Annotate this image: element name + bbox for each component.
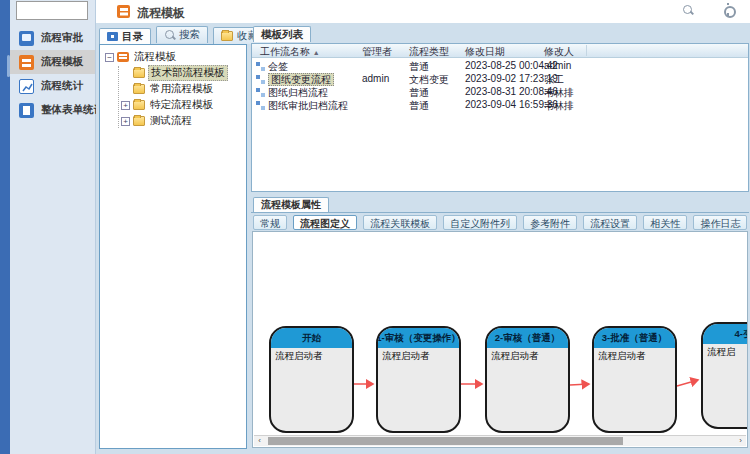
collapse-expander-icon[interactable]: −	[105, 53, 114, 62]
table-row[interactable]: 图纸审批归档流程 普通 2023-09-04 16:59:36 韦林排	[252, 99, 748, 112]
search-tab-icon	[164, 29, 176, 41]
template-table: 工作流名称 ▲ 管理者 流程类型 修改日期 修改人 会签 普通 2023-08-…	[251, 43, 749, 192]
cell-name[interactable]: 图纸审批归档流程	[268, 99, 348, 113]
horizontal-scrollbar[interactable]: ‹ ›	[254, 435, 746, 446]
flow-node-body: 流程启动者	[594, 348, 675, 363]
table-row[interactable]: 会签 普通 2023-08-25 00:04:42 admin	[252, 60, 748, 73]
tree-root-label[interactable]: 流程模板	[132, 50, 178, 64]
flow-node-title: 2-审核（普通）	[487, 328, 568, 348]
divider	[251, 212, 749, 213]
scrollbar-thumb[interactable]	[268, 437, 623, 445]
cell-type: 普通	[409, 60, 429, 74]
tab-label: 流程模板属性	[261, 198, 321, 212]
tab-label: 目录	[122, 30, 143, 44]
flow-node-review-change[interactable]: 1-审核（变更操作） 流程启动者	[376, 326, 461, 433]
cell-manager: admin	[362, 73, 389, 84]
flow-node-review-normal[interactable]: 2-审核（普通） 流程启动者	[485, 326, 570, 433]
flow-node-approve-normal[interactable]: 3-批准（普通） 流程启动者	[592, 326, 677, 433]
cell-type: 普通	[409, 86, 429, 100]
flow-diagram-canvas[interactable]: 开始 流程启动者 1-审核（变更操作） 流程启动者 2-审核（普通） 流程启动者…	[252, 231, 748, 448]
sidebar-nav: 流程审批 流程模板 流程统计 整体表单统计	[10, 26, 95, 122]
flow-node-title: 4-变	[703, 324, 748, 344]
sidebar-top-box[interactable]	[16, 1, 88, 20]
tree-item-label[interactable]: 常用流程模板	[148, 82, 215, 96]
scroll-left-icon[interactable]: ‹	[254, 436, 265, 446]
main-header: 流程模板	[96, 0, 750, 23]
settings-icon[interactable]	[722, 4, 734, 16]
tab-operation-log[interactable]: 操作日志	[693, 215, 747, 230]
main-area: 流程模板 目录 搜索 收藏夹 − 流程模板	[96, 0, 750, 454]
table-row-selected[interactable]: 图纸变更流程 admin 文档变更 2023-09-02 17:23:19 张工	[252, 73, 748, 86]
workflow-icon	[256, 88, 265, 97]
sidebar-item-label: 流程统计	[41, 79, 83, 93]
tab-general[interactable]: 常规	[253, 215, 287, 230]
tab-custom-attachment-columns[interactable]: 自定义附件列	[443, 215, 517, 230]
tree-item-test[interactable]: + 测试流程	[121, 114, 246, 128]
expand-plus-icon[interactable]: +	[121, 101, 130, 110]
tree-item-label[interactable]: 特定流程模板	[148, 98, 215, 112]
properties-tabs: 常规 流程图定义 流程关联模板 自定义附件列 参考附件 流程设置 相关性 操作日…	[253, 215, 750, 231]
process-template-icon	[117, 5, 130, 18]
sidebar-item-process-statistics[interactable]: 流程统计	[10, 74, 95, 98]
tab-flow-definition[interactable]: 流程图定义	[293, 215, 357, 230]
search-icon[interactable]	[682, 4, 694, 16]
tab-linked-templates[interactable]: 流程关联模板	[363, 215, 437, 230]
tree-children: 技术部流程模板 常用流程模板 + 特定流程模板 + 测试流程	[118, 66, 246, 128]
workflow-icon	[256, 101, 265, 110]
cell-modifier: 韦林排	[544, 86, 574, 100]
sidebar-item-label: 流程审批	[41, 31, 83, 45]
sort-asc-icon[interactable]: ▲	[313, 49, 320, 56]
tree-root-icon	[117, 52, 129, 62]
tree-root[interactable]: − 流程模板	[105, 50, 246, 64]
scroll-right-icon[interactable]: ›	[735, 436, 746, 446]
cell-type: 普通	[409, 99, 429, 113]
flow-node-start[interactable]: 开始 流程启动者	[269, 326, 354, 433]
sidebar-item-process-template[interactable]: 流程模板	[10, 50, 95, 74]
folder-icon	[133, 100, 145, 110]
col-modifier[interactable]: 修改人	[544, 45, 574, 59]
flow-node-body: 流程启动者	[378, 348, 459, 363]
tab-label: 模板列表	[261, 28, 303, 42]
flow-node-body: 流程启动者	[271, 348, 352, 363]
tab-label: 搜索	[179, 28, 200, 42]
workflow-icon	[256, 75, 265, 84]
template-icon	[19, 55, 34, 70]
cell-modifier: 韦林排	[544, 99, 574, 113]
folder-icon	[133, 84, 145, 94]
sidebar: 流程审批 流程模板 流程统计 整体表单统计	[10, 0, 96, 454]
left-accent-strip	[0, 0, 10, 454]
cell-type: 文档变更	[409, 73, 449, 87]
tab-relevance[interactable]: 相关性	[643, 215, 687, 230]
sidebar-item-process-approval[interactable]: 流程审批	[10, 26, 95, 50]
tab-template-properties[interactable]: 流程模板属性	[253, 197, 329, 212]
cell-name[interactable]: 图纸归档流程	[268, 86, 328, 100]
expand-plus-icon[interactable]: +	[121, 117, 130, 126]
table-row[interactable]: 图纸归档流程 普通 2023-08-31 20:08:46 韦林排	[252, 86, 748, 99]
cell-name[interactable]: 会签	[268, 60, 288, 74]
col-date[interactable]: 修改日期	[465, 45, 505, 59]
tree-item-label[interactable]: 技术部流程模板	[148, 65, 228, 81]
cell-name[interactable]: 图纸变更流程	[268, 73, 334, 87]
flow-node-change-clipped[interactable]: 4-变 流程启	[701, 322, 748, 429]
tab-reference-attachments[interactable]: 参考附件	[523, 215, 577, 230]
tree-item-tech-dept[interactable]: 技术部流程模板	[121, 66, 246, 80]
chart-icon	[19, 79, 34, 94]
tab-search[interactable]: 搜索	[156, 26, 208, 43]
sidebar-item-label: 整体表单统计	[41, 103, 104, 117]
col-type[interactable]: 流程类型	[409, 45, 449, 59]
col-manager[interactable]: 管理者	[362, 45, 392, 59]
tab-directory[interactable]: 目录	[99, 28, 151, 45]
sidebar-item-label: 流程模板	[41, 55, 83, 69]
sidebar-item-form-statistics[interactable]: 整体表单统计	[10, 98, 95, 122]
tree-item-common[interactable]: 常用流程模板	[121, 82, 246, 96]
monitor-icon	[19, 31, 34, 46]
directory-icon	[107, 32, 118, 41]
flow-node-title: 3-批准（普通）	[594, 328, 675, 348]
tab-flow-settings[interactable]: 流程设置	[583, 215, 637, 230]
col-workflow-name[interactable]: 工作流名称 ▲	[260, 45, 320, 59]
tab-template-list[interactable]: 模板列表	[253, 26, 311, 42]
tree-item-specific[interactable]: + 特定流程模板	[121, 98, 246, 112]
flow-node-title: 1-审核（变更操作）	[378, 328, 459, 348]
tree-item-label[interactable]: 测试流程	[148, 114, 194, 128]
favorites-folder-icon	[221, 31, 233, 41]
